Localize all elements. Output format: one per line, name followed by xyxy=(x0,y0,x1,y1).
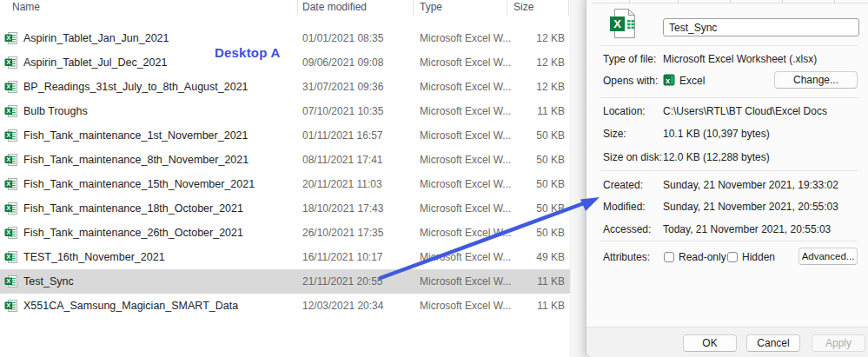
hidden-checkbox-label: Hidden xyxy=(742,251,775,263)
table-row[interactable]: X BP_Readings_31st_July_to_8th_August_20… xyxy=(0,75,570,99)
excel-app-icon: x xyxy=(663,74,675,89)
separator xyxy=(600,45,858,46)
file-size: 11 KB xyxy=(485,269,565,294)
svg-text:X: X xyxy=(6,131,10,139)
file-size: 11 KB xyxy=(485,99,565,123)
location-value: C:\Users\RTL\BT Cloud\Excel Docs xyxy=(663,105,827,117)
excel-file-icon: X xyxy=(4,104,18,118)
advanced-button[interactable]: Advanced... xyxy=(798,248,858,265)
column-separator xyxy=(413,0,414,16)
file-size: 49 KB xyxy=(485,245,565,269)
file-size: 11 KB xyxy=(485,294,565,318)
file-size: 50 KB xyxy=(485,123,565,148)
file-name: TEST_16th_November_2021 xyxy=(23,245,165,269)
file-name: Fish_Tank_maintenance_15th_November_2021 xyxy=(23,172,255,196)
location-label: Location: xyxy=(603,105,646,117)
dialog-tab-strip xyxy=(592,0,868,3)
file-name: Fish_Tank_maintenance_18th_October_2021 xyxy=(23,196,243,221)
change-button[interactable]: Change... xyxy=(774,71,858,89)
modified-label: Modified: xyxy=(603,201,646,213)
accessed-value: Today, 21 November 2021, 20:55:03 xyxy=(663,223,831,235)
excel-file-icon: X xyxy=(4,31,18,45)
desktop-annotation-label: Desktop A xyxy=(215,45,280,60)
svg-text:X: X xyxy=(6,107,10,115)
svg-text:X: X xyxy=(613,17,621,30)
column-header-name[interactable]: Name xyxy=(12,0,40,16)
opens-with-label: Opens with: xyxy=(603,75,658,87)
file-date-modified: 31/07/2021 09:36 xyxy=(302,75,383,99)
created-label: Created: xyxy=(603,179,643,191)
column-header-type[interactable]: Type xyxy=(420,0,442,16)
svg-text:X: X xyxy=(6,301,10,309)
modified-value: Sunday, 21 November 2021, 20:55:03 xyxy=(663,201,838,213)
file-name: BP_Readings_31st_July_to_8th_August_2021 xyxy=(23,75,248,99)
accessed-label: Accessed: xyxy=(603,223,651,235)
file-name: Aspirin_Tablet_Jul_Dec_2021 xyxy=(23,50,167,75)
readonly-checkbox[interactable] xyxy=(664,252,674,262)
excel-file-icon: X xyxy=(4,153,18,167)
ok-button[interactable]: OK xyxy=(683,334,737,352)
svg-text:X: X xyxy=(6,253,10,261)
file-name: Fish_Tank_maintenance_26th_October_2021 xyxy=(23,221,243,245)
cancel-button[interactable]: Cancel xyxy=(746,334,800,352)
table-row[interactable]: X Test_Sync21/11/2021 20:55Microsoft Exc… xyxy=(0,269,570,294)
file-size: 12 KB xyxy=(485,75,565,99)
table-row[interactable]: X Fish_Tank_maintenance_1st_November_202… xyxy=(0,123,570,148)
table-row[interactable]: X Fish_Tank_maintenance_15th_November_20… xyxy=(0,172,570,196)
attributes-label: Attributes: xyxy=(603,251,650,263)
file-date-modified: 07/10/2021 10:35 xyxy=(302,99,383,123)
size-label: Size: xyxy=(603,128,626,140)
svg-text:x: x xyxy=(666,76,670,85)
table-row[interactable]: X Aspirin_Tablet_Jul_Dec_202109/06/2021 … xyxy=(0,50,570,75)
table-row[interactable]: X Fish_Tank_maintenance_8th_November_202… xyxy=(0,148,570,172)
svg-text:X: X xyxy=(6,277,10,285)
type-of-file-label: Type of file: xyxy=(603,53,656,65)
file-name: Fish_Tank_maintenance_8th_November_2021 xyxy=(23,148,248,172)
table-row[interactable]: X TEST_16th_November_202116/11/2021 10:1… xyxy=(0,245,570,269)
excel-file-icon: X xyxy=(4,226,18,240)
excel-file-icon: X xyxy=(4,56,18,69)
file-size: 50 KB xyxy=(485,148,565,172)
column-header-size[interactable]: Size xyxy=(514,0,533,16)
column-separator xyxy=(568,0,569,16)
column-header-date-modified[interactable]: Date modified xyxy=(302,0,367,16)
hidden-checkbox[interactable] xyxy=(727,252,738,262)
file-size: 12 KB xyxy=(485,50,565,75)
svg-text:X: X xyxy=(6,180,10,188)
file-list: X Aspirin_Tablet_Jan_Jun_202101/01/2021 … xyxy=(0,26,570,318)
file-date-modified: 21/11/2021 20:55 xyxy=(302,269,383,294)
table-row[interactable]: X Fish_Tank_maintenance_18th_October_202… xyxy=(0,196,570,221)
excel-document-icon: X xyxy=(609,8,637,43)
column-separator xyxy=(507,0,507,16)
svg-text:X: X xyxy=(6,204,10,212)
apply-button[interactable]: Apply xyxy=(812,334,865,352)
size-value: 10.1 KB (10,397 bytes) xyxy=(663,128,770,140)
svg-text:X: X xyxy=(6,83,10,90)
excel-file-icon: X xyxy=(4,129,18,142)
screen: Name Date modified Type Size X Aspirin_T… xyxy=(0,0,868,357)
file-properties-dialog: X Type of file: Microsoft Excel Workshee… xyxy=(586,0,868,357)
file-explorer-pane: Name Date modified Type Size X Aspirin_T… xyxy=(0,0,570,357)
file-date-modified: 20/11/2021 11:03 xyxy=(302,172,382,196)
excel-file-icon: X xyxy=(4,80,18,94)
separator xyxy=(600,241,858,241)
file-name: Bulb Troughs xyxy=(23,99,88,123)
readonly-checkbox-label: Read-only xyxy=(679,251,726,263)
file-name: Aspirin_Tablet_Jan_Jun_2021 xyxy=(23,26,169,50)
type-of-file-value: Microsoft Excel Worksheet (.xlsx) xyxy=(663,53,817,65)
file-date-modified: 18/10/2021 17:43 xyxy=(302,196,383,221)
file-size: 12 KB xyxy=(485,26,565,50)
table-row[interactable]: X Fish_Tank_maintenance_26th_October_202… xyxy=(0,221,570,245)
table-row[interactable]: X X551CA_Samsung_Magician_SMART_Data12/0… xyxy=(0,294,570,318)
file-size: 50 KB xyxy=(485,172,565,196)
column-separator xyxy=(297,0,298,16)
file-size: 50 KB xyxy=(485,221,565,245)
table-row[interactable]: X Bulb Troughs07/10/2021 10:35Microsoft … xyxy=(0,99,570,123)
separator xyxy=(600,170,858,171)
file-date-modified: 26/10/2021 17:35 xyxy=(302,221,383,245)
file-name: Test_Sync xyxy=(23,269,74,294)
size-on-disk-label: Size on disk: xyxy=(603,151,662,163)
file-date-modified: 09/06/2021 09:08 xyxy=(302,50,383,75)
table-row[interactable]: X Aspirin_Tablet_Jan_Jun_202101/01/2021 … xyxy=(0,26,570,50)
filename-input[interactable] xyxy=(663,18,859,36)
